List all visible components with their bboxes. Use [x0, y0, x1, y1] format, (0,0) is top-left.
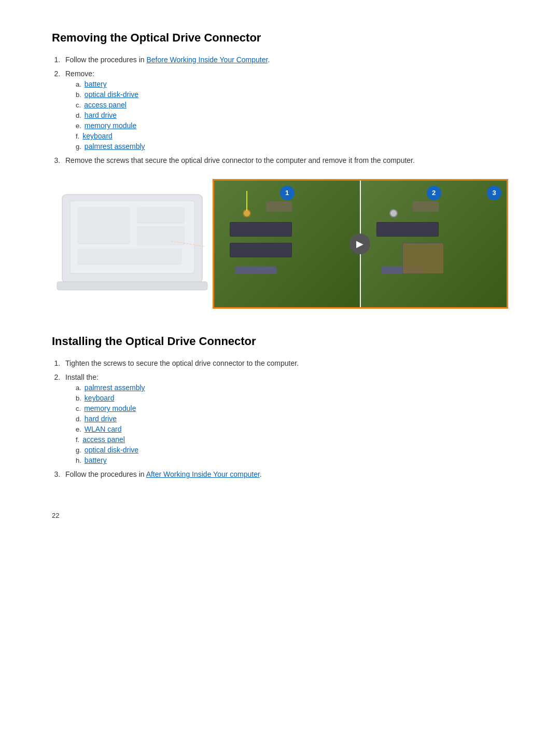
step-badge-3: 3: [487, 186, 501, 200]
palmrest-assembly-link-install[interactable]: palmrest assembly: [85, 383, 145, 392]
list-item: palmrest assembly: [76, 383, 508, 392]
connector-1: [230, 222, 292, 237]
svg-rect-3: [137, 208, 184, 223]
installing-steps-list: Tighten the screws to secure the optical…: [62, 357, 508, 480]
removing-step-2: Remove: battery optical disk‑drive acces…: [62, 70, 508, 150]
chip-component: [266, 201, 292, 212]
page-container: Removing the Optical Drive Connector Fol…: [0, 0, 560, 561]
installing-step3-text: Follow the procedures in After Working I…: [65, 470, 262, 478]
list-item: access panel: [76, 435, 508, 444]
page-number: 22: [52, 512, 508, 519]
svg-rect-4: [137, 227, 184, 245]
installing-title: Installing the Optical Drive Connector: [52, 335, 508, 348]
list-item: battery: [76, 80, 508, 88]
laptop-faded-svg: [52, 179, 213, 309]
hard-drive-link-remove[interactable]: hard drive: [85, 111, 117, 119]
hard-drive-link-install[interactable]: hard drive: [85, 415, 117, 423]
access-panel-link-install[interactable]: access panel: [82, 435, 125, 444]
list-item: WLAN card: [76, 425, 508, 433]
step-badge-1: 1: [280, 186, 295, 200]
battery-link-remove[interactable]: battery: [85, 80, 107, 88]
list-item: hard drive: [76, 415, 508, 423]
list-item: hard drive: [76, 111, 508, 119]
list-item: palmrest assembly: [76, 142, 508, 150]
svg-rect-7: [57, 282, 207, 290]
removing-step3-text: Remove the screws that secure the optica…: [65, 156, 415, 164]
removing-step-1: Follow the procedures in Before Working …: [62, 54, 508, 65]
installing-step-2: Install the: palmrest assembly keyboard …: [62, 373, 508, 464]
removing-title: Removing the Optical Drive Connector: [52, 31, 508, 45]
keyboard-link-remove[interactable]: keyboard: [82, 132, 113, 140]
connector-2: [230, 243, 292, 257]
list-item: memory module: [76, 121, 508, 130]
diagram-image-container: 1 ▶: [52, 179, 508, 309]
removing-section: Removing the Optical Drive Connector Fol…: [52, 31, 508, 309]
memory-module-link-install[interactable]: memory module: [84, 404, 136, 412]
detailed-steps-image: 1 ▶: [213, 179, 508, 309]
svg-rect-2: [78, 208, 130, 244]
memory-module-link-remove[interactable]: memory module: [85, 121, 136, 130]
list-item: keyboard: [76, 132, 508, 140]
list-item: optical disk‑drive: [76, 446, 508, 454]
installing-items-list: palmrest assembly keyboard memory module…: [76, 383, 508, 464]
installing-step-1: Tighten the screws to secure the optical…: [62, 357, 508, 369]
list-item: memory module: [76, 404, 508, 412]
play-arrow-icon: ▶: [349, 233, 370, 254]
step2-panel: 2 3: [361, 181, 507, 307]
laptop-overview-image: [52, 179, 213, 309]
removing-step1-text: Follow the procedures in Before Working …: [65, 56, 270, 64]
svg-rect-5: [78, 249, 181, 265]
access-panel-link-remove[interactable]: access panel: [84, 101, 127, 109]
before-working-link[interactable]: Before Working Inside Your Computer: [146, 56, 268, 64]
installing-step1-text: Tighten the screws to secure the optical…: [65, 359, 299, 367]
screw-empty: [389, 209, 398, 217]
step1-panel: 1: [214, 181, 360, 307]
list-item: keyboard: [76, 394, 508, 402]
list-item: optical disk‑drive: [76, 90, 508, 99]
installing-step-3: Follow the procedures in After Working I…: [62, 469, 508, 480]
removing-steps-list: Follow the procedures in Before Working …: [62, 54, 508, 167]
screw-line: [246, 191, 247, 211]
removing-items-list: battery optical disk‑drive access panel …: [76, 80, 508, 150]
optical-disk-drive-link-remove[interactable]: optical disk‑drive: [85, 90, 138, 99]
removing-step-3: Remove the screws that secure the optica…: [62, 155, 508, 166]
connector-3: [376, 222, 439, 237]
after-working-link[interactable]: After Working Inside Your computer: [146, 470, 260, 478]
palmrest-assembly-link-remove[interactable]: palmrest assembly: [85, 142, 145, 150]
connector-removed: [402, 243, 444, 274]
list-item: battery: [76, 456, 508, 464]
step-badge-2: 2: [427, 186, 441, 200]
chip-component-2: [413, 201, 439, 212]
optical-disk-drive-link-install[interactable]: optical disk‑drive: [85, 446, 138, 454]
installing-section: Installing the Optical Drive Connector T…: [52, 335, 508, 480]
list-item: access panel: [76, 101, 508, 109]
battery-link-install[interactable]: battery: [85, 456, 107, 464]
wlan-card-link-install[interactable]: WLAN card: [85, 425, 122, 433]
keyboard-link-install[interactable]: keyboard: [85, 394, 115, 402]
small-component: [235, 266, 276, 274]
